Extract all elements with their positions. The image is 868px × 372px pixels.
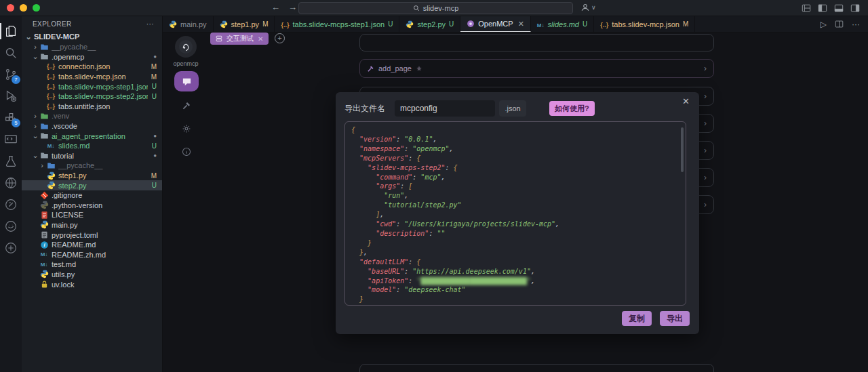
file-tree-item[interactable]: step1.pyM <box>22 171 162 181</box>
file-tree-item[interactable]: {..}tabs.untitle.json <box>22 102 162 112</box>
session-close-icon[interactable]: ✕ <box>258 35 263 43</box>
file-tree-item[interactable]: ⌄ai_agent_presentation● <box>22 131 162 141</box>
tools-icon[interactable] <box>181 100 192 111</box>
dialog-close-icon[interactable]: ✕ <box>682 96 690 106</box>
session-tab[interactable]: 交互测试 ✕ <box>210 33 269 45</box>
activity-extension-globe-icon[interactable] <box>0 172 22 194</box>
editor-tab[interactable]: {..}tabs.slidev-mcp.jsonM <box>594 16 695 32</box>
git-status-badge: ● <box>153 152 157 159</box>
minimize-window-button[interactable] <box>20 4 27 12</box>
how-to-use-button[interactable]: 如何使用? <box>549 101 595 116</box>
file-tree-item[interactable]: iREADME.md <box>22 240 162 250</box>
file-tree-item[interactable]: {..}tabs.slidev-mcps-step2.jsonU <box>22 91 162 102</box>
filename-input[interactable] <box>395 100 495 117</box>
copy-button[interactable]: 复制 <box>622 311 652 326</box>
command-center-search[interactable]: slidev-mcp <box>298 2 573 14</box>
file-tree-item[interactable]: {..}tabs.slidev-mcp.jsonM <box>22 72 162 82</box>
activity-testing-icon[interactable] <box>0 150 22 172</box>
file-tree-item[interactable]: ›.venv <box>22 111 162 121</box>
account-icon[interactable]: ∨ <box>580 3 596 12</box>
activity-search-icon[interactable] <box>0 42 22 64</box>
maximize-window-button[interactable] <box>33 4 40 12</box>
activity-remote-explorer-icon[interactable] <box>0 129 22 150</box>
file-name: .vscode <box>52 122 157 130</box>
tool-row-add-page[interactable]: add_page› <box>359 59 714 78</box>
customize-layout-icon[interactable] <box>802 3 811 13</box>
filename-label: 导出文件名 <box>344 103 385 115</box>
activity-extension-circle-1-icon[interactable] <box>0 194 22 215</box>
lock-icon <box>39 280 49 289</box>
close-window-button[interactable] <box>7 4 14 12</box>
chevron-right-icon: › <box>31 112 39 120</box>
session-tag-icon <box>216 35 222 42</box>
editor-tab[interactable]: main.py <box>163 16 214 32</box>
tree-root-folder[interactable]: ⌄ SLIDEV-MCP <box>22 31 162 42</box>
toggle-secondary-sidebar-icon[interactable] <box>850 3 860 13</box>
activity-source-control-icon[interactable]: 7 <box>0 64 22 85</box>
file-tree-item[interactable]: {..}tabs.slidev-mcps-step1.jsonU <box>22 81 162 91</box>
split-editor-icon[interactable] <box>835 20 844 28</box>
file-tree-item[interactable]: utils.py <box>22 270 162 280</box>
file-tree-item[interactable]: ⌄tutorial● <box>22 151 162 161</box>
code-line: "command": "mcp", <box>351 173 679 182</box>
tab-git-badge: U <box>388 20 393 28</box>
file-tree-item[interactable]: LICENSE <box>22 210 162 220</box>
info-icon[interactable] <box>181 146 192 157</box>
file-name: __pycache__ <box>58 161 157 169</box>
activity-extension-circle-2-icon[interactable] <box>0 215 22 237</box>
code-line: "mcpServers": { <box>351 154 679 163</box>
forward-arrow-icon[interactable]: → <box>288 2 297 12</box>
activity-extensions-icon[interactable]: 5 <box>0 107 22 129</box>
editor-more-actions-icon[interactable]: ··· <box>852 20 860 29</box>
code-scrollbar-thumb[interactable] <box>681 127 684 172</box>
editor-tab[interactable]: step1.pyM <box>214 16 275 32</box>
session-tab-label: 交互测试 <box>226 34 254 43</box>
file-tree-item[interactable]: ›__pycache__ <box>22 161 162 171</box>
toggle-panel-icon[interactable] <box>834 3 844 13</box>
tool-row[interactable] <box>359 364 714 372</box>
root-folder-label: SLIDEV-MCP <box>34 33 79 41</box>
editor-tab[interactable]: step2.pyU <box>399 16 460 32</box>
file-tree-item[interactable]: M↓README.zh.md <box>22 249 162 260</box>
settings-gear-icon[interactable] <box>181 123 192 134</box>
editor-tab[interactable]: OpenMCP✕ <box>460 16 531 32</box>
file-tree-item[interactable]: {..}connection.jsonM <box>22 62 162 72</box>
chat-test-button[interactable] <box>174 71 199 91</box>
code-line: "slidev-mcps-step2": { <box>351 163 679 173</box>
code-line: ], <box>351 210 679 220</box>
activity-explorer-icon[interactable] <box>0 20 22 42</box>
markdown-icon: M↓ <box>537 20 545 28</box>
code-line: "args": [ <box>351 182 679 191</box>
activity-run-debug-icon[interactable] <box>0 85 22 107</box>
file-tree-item[interactable]: .gitignore <box>22 190 162 201</box>
git-status-badge: M <box>151 73 157 81</box>
run-file-icon[interactable]: ▷ <box>821 20 827 29</box>
tab-close-icon[interactable]: ✕ <box>518 20 524 28</box>
folder-gray-icon <box>39 131 49 141</box>
editor-tab[interactable]: M↓slides.mdU <box>531 16 594 32</box>
git-status-badge: U <box>152 142 157 150</box>
add-session-button[interactable]: + <box>275 33 285 43</box>
file-tree-item[interactable]: ›.vscode <box>22 121 162 131</box>
back-arrow-icon[interactable]: ← <box>271 2 280 12</box>
editor-tab[interactable]: {..}tabs.slidev-mcps-step1.jsonU <box>275 16 399 32</box>
code-line: "run", <box>351 191 679 201</box>
file-tree-item[interactable]: step2.pyU <box>22 180 162 190</box>
toggle-primary-sidebar-icon[interactable] <box>818 3 827 13</box>
file-tree-item[interactable]: ›__pycache__ <box>22 42 162 52</box>
file-tree-item[interactable]: uv.lock <box>22 279 162 289</box>
activity-extension-circle-3-icon[interactable] <box>0 237 22 259</box>
file-tree-item[interactable]: ⌄.openmcp● <box>22 52 162 62</box>
explorer-more-actions-icon[interactable]: ··· <box>146 20 154 28</box>
file-tree-item[interactable]: .python-version <box>22 201 162 211</box>
tool-row[interactable] <box>359 34 714 51</box>
file-tree-item[interactable]: M↓test.md <box>22 260 162 270</box>
tab-label: tabs.slidev-mcps-step1.json <box>292 20 384 28</box>
json-icon: {..} <box>46 62 56 71</box>
git-status-badge: U <box>152 83 157 90</box>
file-tree-item[interactable]: M↓slides.mdU <box>22 141 162 151</box>
file-tree-item[interactable]: main.py <box>22 220 162 230</box>
file-tree-item[interactable]: pyproject.toml <box>22 230 162 240</box>
export-button[interactable]: 导出 <box>660 311 690 326</box>
openmcp-logo[interactable] <box>175 36 197 58</box>
